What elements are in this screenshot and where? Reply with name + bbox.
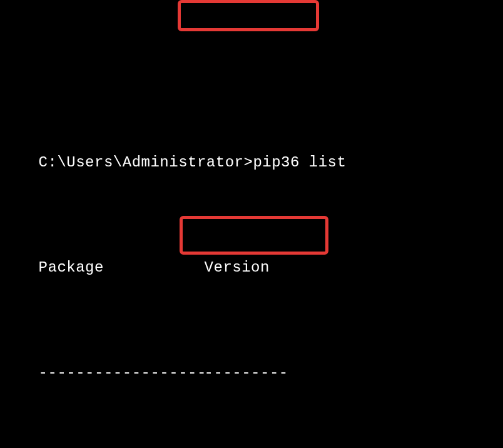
prompt-line-1[interactable]: C:\Users\Administrator>pip36 list [1, 131, 502, 195]
table-separator-1: --------------------------- [1, 342, 502, 405]
header-version: Version [205, 257, 270, 278]
terminal-output: C:\Users\Administrator>pip36 list Packag… [0, 0, 503, 448]
table-header-1: PackageVersion [1, 237, 502, 300]
header-package: Package [39, 257, 205, 278]
sep-version: --------- [205, 362, 288, 384]
prompt-prefix: C:\Users\Administrator> [39, 154, 253, 171]
sep-package: ------------------ [39, 362, 205, 384]
highlight-box-1 [178, 0, 319, 31]
command-text: pip36 list [253, 154, 346, 171]
